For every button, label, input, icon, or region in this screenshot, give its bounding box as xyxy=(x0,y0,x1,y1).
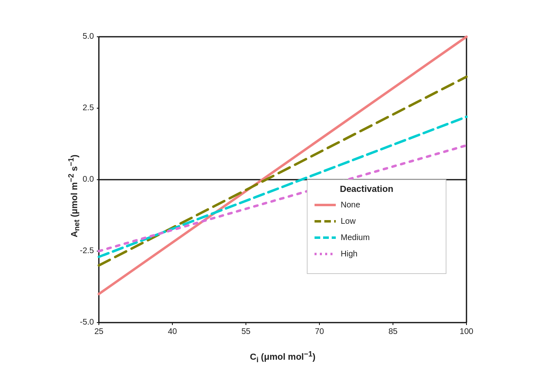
chart-svg: 5.0 2.5 0.0 -2.5 -5.0 25 40 55 70 85 100 xyxy=(66,29,499,351)
y-tick-0: 0.0 xyxy=(83,174,94,183)
x-tick-70: 70 xyxy=(315,327,324,336)
x-tick-100: 100 xyxy=(460,327,473,336)
legend-title: Deactivation xyxy=(340,184,393,194)
y-tick-n5: -5.0 xyxy=(80,317,94,326)
x-tick-25: 25 xyxy=(94,327,103,336)
legend-label-medium: Medium xyxy=(341,233,370,242)
y-tick-n2.5: -2.5 xyxy=(80,246,94,255)
legend-label-low: Low xyxy=(341,216,356,225)
chart-container: Anet (μmol m−2 s−1) 5.0 2.5 0.0 -2.5 -5.… xyxy=(29,20,520,372)
x-tick-85: 85 xyxy=(388,327,397,336)
y-tick-5: 5.0 xyxy=(83,31,94,40)
y-tick-2.5: 2.5 xyxy=(83,103,94,112)
x-tick-55: 55 xyxy=(241,327,250,336)
legend-label-high: High xyxy=(341,249,357,258)
legend-label-none: None xyxy=(341,200,360,209)
x-tick-40: 40 xyxy=(168,327,177,336)
x-axis-label: Ci (μmol mol−1) xyxy=(66,350,499,364)
